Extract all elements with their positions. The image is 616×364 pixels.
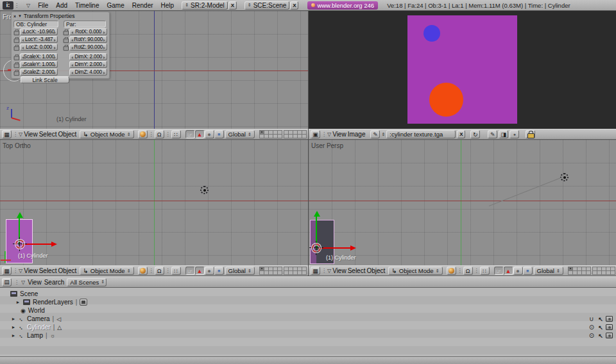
roty-field[interactable]: RotY: 90.000 [69,36,107,43]
scene-filter-dropdown[interactable]: All Scenes ⇕ [67,278,107,286]
image-close-button[interactable]: X [457,130,465,138]
pen-button[interactable]: ✎ [488,130,497,138]
locz-field[interactable]: LocZ: 0.000 [20,44,58,51]
menu-view[interactable]: View [332,267,346,274]
lock-roty-icon[interactable] [64,37,68,42]
layer-toggle[interactable] [277,270,282,275]
editor-type-button[interactable]: ▦ [2,267,12,275]
scalex-field[interactable]: ScaleX: 1.000 [20,53,58,60]
layer-toggle[interactable] [302,134,307,138]
layer-toggle[interactable] [277,134,282,138]
panel-header[interactable]: × ▼ Transform Properties [13,13,107,19]
header-grip-icon[interactable]: ⋮ [149,131,153,137]
editor-type-button[interactable]: ▤ [2,278,12,286]
3d-cursor[interactable] [15,239,25,249]
manipulator-translate-button[interactable]: ▲ [195,267,205,275]
parent-field[interactable]: Par: [64,21,106,28]
renderlayer-badge-icon[interactable] [80,299,87,306]
lock-scaley-icon[interactable] [14,62,19,67]
green-arrow-head[interactable] [17,212,23,218]
manipulator-translate-button[interactable]: ▲ [195,130,205,138]
menu-select[interactable]: Select [39,267,57,274]
menu-collapse-icon[interactable]: ▽ [19,131,22,137]
pivot-button[interactable]: Ω [155,130,164,138]
screen-selector[interactable]: ⇕ SR:2-Model [182,1,228,10]
lock-locy-icon[interactable] [14,37,19,42]
collapsed-panel-strip[interactable] [0,356,616,364]
expand-arrow-icon[interactable]: ► [11,333,16,338]
manipulator-scale-button[interactable]: ■ [214,267,224,275]
layer-buttons[interactable] [569,267,615,275]
editor-type-button[interactable]: ▦ [2,130,12,138]
manipulator-scale-button[interactable]: ■ [214,130,224,138]
blender-org-link[interactable]: www.blender.org 246 [307,1,378,10]
lock-scalex-icon[interactable] [14,54,19,60]
renderable-icon[interactable] [606,316,613,322]
snap-button[interactable]: ∷ [480,267,490,275]
menu-render[interactable]: Render [132,2,153,9]
header-grip-icon[interactable]: ⋮ [13,268,17,274]
menu-object[interactable]: Object [366,267,385,274]
panel-collapse-icon[interactable]: ▼ [18,14,22,18]
orientation-dropdown[interactable]: Global ⇕ [225,267,255,275]
mesh-data-icon[interactable]: △ [57,324,62,331]
manipulator-hand-button[interactable]: ☞ [494,267,504,275]
renderable-icon[interactable] [606,333,613,338]
scene-selector[interactable]: ⇕ SCE:Scene [244,1,290,10]
expand-arrow-icon[interactable]: ► [15,300,21,304]
lamp-data-icon[interactable]: ☼ [50,333,55,339]
lock-rotx-icon[interactable] [64,29,68,35]
viewport-divider[interactable] [308,11,309,276]
menu-search[interactable]: Search [44,279,65,286]
draw-type-button[interactable] [138,130,148,138]
menu-file[interactable]: File [38,2,48,9]
ob-name-field[interactable]: OB: Cylinder [13,21,58,28]
panel-close-icon[interactable]: × [13,14,16,19]
mode-dropdown[interactable]: ↳ Object Mode ⇕ [80,267,133,275]
scaley-field[interactable]: ScaleY: 1.000 [20,61,58,68]
selectable-icon[interactable]: ↖ [597,333,604,339]
scalez-field[interactable]: ScaleZ: 2.000 [20,69,58,76]
header-grip-icon[interactable]: ⋮ [458,268,462,274]
layer-toggle[interactable] [586,270,591,275]
menu-help[interactable]: Help [161,2,175,9]
expand-arrow-icon[interactable]: ► [11,325,16,329]
3d-cursor[interactable] [311,243,321,253]
editor-type-button[interactable]: ▦ [311,267,320,275]
menu-collapse-icon[interactable]: ▽ [26,3,30,8]
dot-button[interactable]: ● [509,130,519,138]
viewport-top[interactable]: Top Ortho (1) Cylinder [0,140,308,265]
locy-field[interactable]: LocY: -3.487 [20,36,58,43]
manipulator-hand-button[interactable]: ☞ [185,130,195,138]
menu-view[interactable]: View [24,131,38,138]
menu-add[interactable]: Add [56,2,67,9]
header-grip-icon[interactable]: ⋮ [149,268,153,274]
mode-dropdown[interactable]: ↳ Object Mode ⇕ [80,130,133,138]
lock-button[interactable] [526,130,535,138]
image-name-field[interactable]: :cylinder texture.tga [386,130,456,138]
menu-view[interactable]: View [24,267,38,274]
orientation-dropdown[interactable]: Global ⇕ [225,130,255,138]
gamma-button[interactable]: ◨ [499,130,508,138]
blender-logo-icon[interactable]: i: [3,1,13,10]
mode-dropdown[interactable]: ↳ Object Mode ⇕ [388,267,442,275]
header-grip-icon[interactable]: ⋮ [321,131,326,137]
expand-arrow-icon[interactable]: ► [11,317,16,321]
menu-select[interactable]: Select [39,131,57,138]
outliner-row-renderlayers[interactable]: ► RenderLayers | [0,298,616,306]
menu-view[interactable]: View [332,131,346,138]
refresh-button[interactable]: ↻ [470,130,480,138]
outliner-row-lamp[interactable]: ► ↔ Lamp | ☼ ⊙ ↖ [0,331,616,340]
menu-collapse-icon[interactable]: ▽ [19,268,22,274]
texture-image[interactable] [407,15,517,124]
menu-object[interactable]: Object [58,131,76,138]
menu-game[interactable]: Game [107,2,124,9]
outliner-row-world[interactable]: ◉ World [0,306,616,315]
snap-button[interactable]: ∷ [171,267,181,275]
dimz-field[interactable]: DimZ: 4.000 [69,69,107,76]
menu-collapse-icon[interactable]: ▽ [327,131,331,137]
header-grip-icon[interactable]: ⋮ [13,131,17,137]
layer-toggle[interactable] [568,267,573,271]
layer-buttons[interactable] [260,267,307,275]
rotx-field[interactable]: RotX: 0.000 [69,28,107,35]
